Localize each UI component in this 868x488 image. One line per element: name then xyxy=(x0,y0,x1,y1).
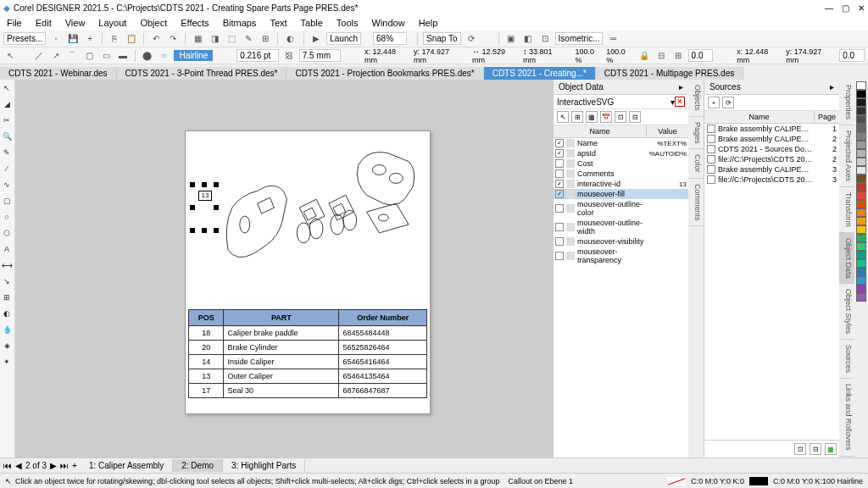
checkbox-icon[interactable] xyxy=(555,237,564,246)
color-swatch[interactable] xyxy=(856,175,866,183)
od-tool-icon[interactable]: ⊡ xyxy=(615,111,626,123)
tool-icon[interactable]: ⊡ xyxy=(538,32,552,46)
menu-object[interactable]: Object xyxy=(133,18,174,28)
line-tool-icon[interactable]: ∕ xyxy=(0,162,14,175)
tool-icon[interactable]: ◐ xyxy=(283,32,297,46)
source-row[interactable]: Brake assembly CALIPER LIST.xls3 xyxy=(704,164,839,175)
color-swatch[interactable] xyxy=(856,268,866,276)
add-page-icon[interactable]: + xyxy=(72,461,77,470)
curve-tool-icon[interactable]: ∿ xyxy=(0,178,14,191)
color-swatch[interactable] xyxy=(856,124,866,132)
wide-rect-icon[interactable]: ▬ xyxy=(116,49,130,63)
tool-icon[interactable]: ◨ xyxy=(208,32,221,46)
src-action-icon[interactable]: ▦ xyxy=(825,443,837,455)
table-row[interactable]: 14Inside Caliper65465416464 xyxy=(189,355,427,369)
link-icon[interactable]: ⛓ xyxy=(282,49,296,63)
od-row[interactable]: ✓mouseover-fill xyxy=(554,189,688,199)
page-tab[interactable]: 3: Highlight Parts xyxy=(223,459,305,472)
menu-edit[interactable]: Edit xyxy=(29,18,58,28)
vtab-projected-axes[interactable]: Projected Axes xyxy=(839,125,854,187)
rot-input[interactable]: 0.0 xyxy=(688,49,714,62)
color-swatch[interactable] xyxy=(856,115,866,124)
color-swatch[interactable] xyxy=(856,259,866,268)
od-tool-icon[interactable]: ⊞ xyxy=(571,111,583,123)
arc-icon[interactable]: ⌒ xyxy=(65,49,79,63)
menu-effects[interactable]: Effects xyxy=(174,18,215,28)
checkbox-icon[interactable]: ✓ xyxy=(555,139,564,147)
checkbox-icon[interactable] xyxy=(555,252,564,260)
table-row[interactable]: 13Outer Caliper65464135464 xyxy=(189,369,427,384)
od-row[interactable]: ✓interactive-id13 xyxy=(554,179,688,189)
od-row[interactable]: ✓apsId%AUTOID% xyxy=(554,148,688,158)
vtab-object-data[interactable]: Object Data xyxy=(839,233,854,285)
caliper-drawing[interactable] xyxy=(220,140,421,301)
zoom-input[interactable]: 68% xyxy=(373,32,407,45)
source-row[interactable]: CDTS 2021 - Sources Docker PRES....2 xyxy=(704,144,839,154)
doc-tab[interactable]: CDTS 2021 - 3-Point Thread PRES.des* xyxy=(117,67,287,80)
callout-icon[interactable]: ↘ xyxy=(0,274,14,288)
od-row[interactable]: Cost xyxy=(554,158,688,169)
color-swatch[interactable] xyxy=(856,191,866,200)
tool-icon[interactable]: ▣ xyxy=(504,32,518,46)
color-swatch[interactable] xyxy=(856,166,866,175)
od-row[interactable]: mouseover-outline-color xyxy=(554,199,688,218)
od-row[interactable]: mouseover-outline-width xyxy=(554,218,688,236)
menu-view[interactable]: View xyxy=(58,18,92,28)
color-swatch[interactable] xyxy=(856,276,866,285)
color-swatch[interactable] xyxy=(856,234,866,242)
ellipse-tool-icon[interactable]: ○ xyxy=(0,210,14,224)
checkbox-icon[interactable]: ✓ xyxy=(555,180,564,188)
source-row[interactable]: Brake assembly CALIPER LIST.xls1 xyxy=(704,124,839,134)
table-tool-icon[interactable]: ⊞ xyxy=(0,291,14,304)
color-swatch[interactable] xyxy=(856,81,866,90)
line-icon[interactable]: ／ xyxy=(32,49,46,63)
square-icon[interactable]: ▢ xyxy=(82,49,96,63)
od-tool-icon[interactable]: ▦ xyxy=(586,111,598,123)
od-row[interactable]: Comments xyxy=(554,169,688,179)
docker-menu-icon[interactable]: ▸ xyxy=(830,82,834,92)
od-row[interactable]: ✓Name%TEXT% xyxy=(554,138,688,148)
rect-tool-icon[interactable]: ▢ xyxy=(0,194,14,208)
zoom-tool-icon[interactable]: 🔍 xyxy=(0,130,14,143)
checkbox-icon[interactable] xyxy=(555,204,564,213)
vtab-object-styles[interactable]: Object Styles xyxy=(839,284,854,340)
vtab-pages[interactable]: Pages xyxy=(688,117,704,150)
dimension-icon[interactable]: ⟷ xyxy=(0,258,14,272)
color-swatch[interactable] xyxy=(856,98,866,107)
menu-file[interactable]: File xyxy=(0,18,29,28)
src-action-icon[interactable]: ⊟ xyxy=(810,443,821,455)
color-swatch[interactable] xyxy=(856,225,866,234)
color-swatch[interactable] xyxy=(856,132,866,141)
source-row[interactable]: file://C:\Projects\CDTS 2021 - Crea...2 xyxy=(704,154,839,164)
od-tool-icon[interactable]: ⊟ xyxy=(629,111,641,123)
vtab-objects[interactable]: Objects xyxy=(688,80,704,117)
color-swatch[interactable] xyxy=(856,90,866,98)
align-icon[interactable]: ⊟ xyxy=(654,49,668,63)
cursor-icon[interactable]: ↖ xyxy=(3,49,17,63)
rect-icon[interactable]: ▭ xyxy=(99,49,113,63)
color-swatch[interactable] xyxy=(856,251,866,259)
vtab-links-and-rollovers[interactable]: Links and Rollovers xyxy=(839,379,854,457)
effects-icon[interactable]: ✦ xyxy=(0,355,14,369)
canvas[interactable]: 13 POSPARTOrder Number 18Caliper brake p… xyxy=(15,80,553,458)
od-tool-icon[interactable]: 📅 xyxy=(600,111,612,123)
gap-input[interactable]: 7.5 mm xyxy=(299,49,342,62)
undo-icon[interactable]: ↶ xyxy=(149,32,163,46)
checkbox-icon[interactable] xyxy=(555,159,564,168)
maximize-icon[interactable]: ▢ xyxy=(842,3,849,13)
dropper-icon[interactable]: 💧 xyxy=(0,323,14,336)
color-swatch[interactable] xyxy=(856,285,866,293)
od-row[interactable]: mouseover-visibility xyxy=(554,236,688,247)
color-swatch[interactable] xyxy=(856,208,866,217)
outline-icon[interactable]: ○ xyxy=(158,49,171,63)
tool-icon[interactable]: ⬚ xyxy=(225,32,238,46)
menu-layout[interactable]: Layout xyxy=(92,18,133,28)
table-row[interactable]: 17Seal 3068766847687 xyxy=(189,384,427,398)
add-icon[interactable]: + xyxy=(83,32,97,46)
color-swatch[interactable] xyxy=(856,149,866,158)
launch-dropdown[interactable]: Launch xyxy=(326,32,361,45)
checkbox-icon[interactable] xyxy=(555,223,564,231)
color-swatch[interactable] xyxy=(856,107,866,115)
tool-icon[interactable]: ◧ xyxy=(521,32,535,46)
selection-handles[interactable]: 13 xyxy=(190,182,220,233)
